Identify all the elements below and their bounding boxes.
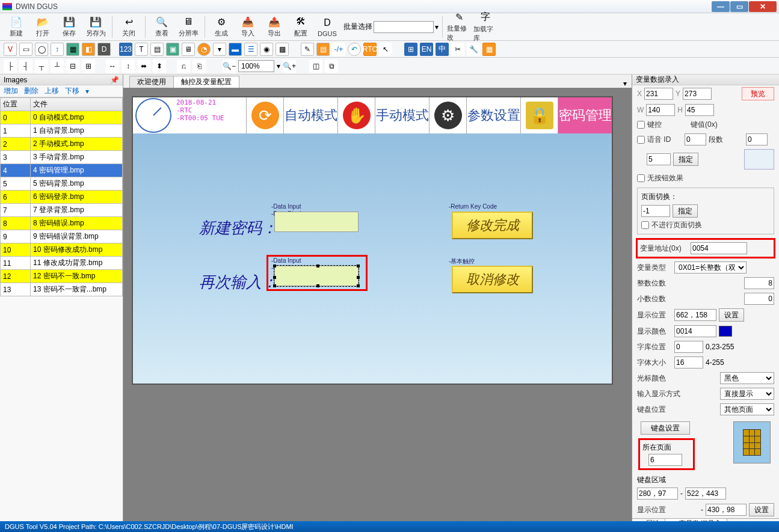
disp-color-input[interactable] (674, 325, 716, 337)
tabs-dropdown-icon[interactable]: ▾ (623, 79, 627, 88)
image-row[interactable]: 77 登录背景.bmp (1, 204, 123, 217)
no-page-switch-checkbox[interactable] (641, 221, 649, 229)
tool-grid-icon[interactable]: ⊞ (404, 43, 417, 56)
same-h-icon[interactable]: ⬍ (153, 60, 166, 73)
tool-circle2-icon[interactable]: ◉ (260, 43, 273, 56)
page-at-input[interactable] (648, 454, 682, 466)
btn-cancel-modify[interactable]: 取消修改 (452, 266, 533, 293)
assign-button-1[interactable]: 指定 (673, 153, 698, 166)
y-input[interactable] (683, 88, 712, 100)
maximize-button[interactable]: ▭ (730, 1, 748, 12)
col-file[interactable]: 文件 (31, 98, 123, 111)
design-canvas[interactable]: 2018-08-21 -RTC -RT00:05 TUE ⟳ 自动模式 ✋ 手动… (132, 96, 613, 385)
tool-v-icon[interactable]: V (4, 43, 17, 56)
tool-pencil-icon[interactable]: ✎ (301, 43, 314, 56)
cursor-color-select[interactable]: 黑色 (720, 372, 774, 384)
zoom-dropdown-icon[interactable]: ▾ (277, 62, 280, 70)
tbtn-批量修改[interactable]: ✎批量修改 (446, 14, 472, 40)
window1-icon[interactable]: ◫ (309, 60, 322, 73)
tool-text-icon[interactable]: T (135, 43, 148, 56)
tool-minus-plus-icon[interactable]: -/+ (332, 43, 345, 56)
tool-rect-icon[interactable]: ▦ (66, 43, 79, 56)
tool-layers-icon[interactable]: ▤ (316, 43, 330, 56)
tbtn-另存为[interactable]: 💾另存为 (83, 14, 108, 40)
var-type-select[interactable]: 0X01=长整数（双字） (674, 261, 747, 274)
tool-page-icon[interactable]: ▤ (150, 43, 164, 56)
tool-brick-icon[interactable]: ▦ (482, 43, 496, 56)
voice-id-input[interactable] (685, 133, 706, 145)
x-input[interactable] (644, 88, 673, 100)
image-row[interactable]: 88 密码错误.bmp (1, 217, 123, 230)
zoom-out-icon[interactable]: 🔍− (223, 60, 236, 73)
tbtn-加载字库[interactable]: 字加载字库 (473, 14, 498, 40)
tool-align-icon[interactable]: ↕ (51, 43, 64, 56)
col-pos[interactable]: 位置 (1, 98, 31, 111)
h-input[interactable] (685, 104, 714, 116)
send-back-icon[interactable]: ⎌ (177, 60, 190, 73)
tool-monitor-icon[interactable]: 🖥 (182, 43, 195, 56)
key-ctrl-checkbox[interactable] (637, 121, 645, 129)
bring-front-icon[interactable]: ⎗ (192, 60, 206, 73)
op-down[interactable]: 下移 (65, 86, 79, 96)
tool-circle-icon[interactable]: ◯ (35, 43, 48, 56)
window2-icon[interactable]: ⧉ (325, 60, 338, 73)
tool-progress-icon[interactable]: ▬ (229, 43, 242, 56)
tool-list-icon[interactable]: ☰ (244, 43, 257, 56)
tbtn-保存[interactable]: 💾保存 (57, 14, 82, 40)
page-switch-input[interactable] (641, 205, 670, 217)
voice-checkbox[interactable] (637, 136, 645, 144)
tbtn-新建[interactable]: 📄新建 (4, 14, 29, 40)
kb-area-a-input[interactable] (637, 488, 678, 500)
op-add[interactable]: 增加 (4, 86, 18, 96)
tbtn-生成[interactable]: ⚙生成 (209, 14, 234, 40)
tool-down-icon[interactable]: ▾ (213, 43, 226, 56)
image-row[interactable]: 22 手动模式.bmp (1, 138, 123, 151)
image-row[interactable]: 11 自动背景.bmp (1, 124, 123, 138)
image-row[interactable]: 66 密码登录.bmp (1, 191, 123, 204)
w-input[interactable] (646, 104, 675, 116)
tab-touch-var[interactable]: 触控及变量配置 (173, 76, 239, 88)
tool-123-icon[interactable]: 123 (119, 43, 132, 56)
align-bottom-icon[interactable]: ┴ (51, 60, 64, 73)
sp-input[interactable] (647, 153, 671, 165)
input-new-password[interactable] (274, 212, 359, 232)
image-row[interactable]: 1111 修改成功背景.bmp (1, 257, 123, 270)
op-up[interactable]: 上移 (45, 86, 59, 96)
image-row[interactable]: 1010 密码修改成功.bmp (1, 243, 123, 257)
tbtn-导入[interactable]: 📥导入 (235, 14, 260, 40)
image-row[interactable]: 33 手动背景.bmp (1, 151, 123, 164)
tab-welcome[interactable]: 欢迎使用 (129, 76, 174, 88)
tool-wrench-icon[interactable]: 🔧 (467, 43, 480, 56)
zoom-input[interactable] (238, 60, 274, 72)
tool-en-icon[interactable]: EN (420, 43, 433, 56)
image-row[interactable]: 44 密码管理.bmp (1, 164, 123, 177)
op-expand-icon[interactable]: ▾ (85, 87, 89, 96)
dist-v-icon[interactable]: ↕ (122, 60, 135, 73)
align-right-icon[interactable]: ┤ (19, 60, 32, 73)
tbtn-关闭[interactable]: ↩关闭 (116, 14, 141, 40)
images-pin-icon[interactable]: 📌 (110, 76, 119, 84)
image-row[interactable]: 55 密码背景.bmp (1, 177, 123, 191)
tool-rtc-icon[interactable]: RTC (363, 43, 377, 56)
tool-img2-icon[interactable]: ▣ (166, 43, 179, 56)
kb-pos-select[interactable]: 其他页面 (720, 403, 774, 415)
tbtn-查看[interactable]: 🔍查看 (149, 14, 174, 40)
var-addr-input[interactable] (691, 242, 747, 254)
batch-select-input[interactable] (374, 21, 434, 33)
tool-d-icon[interactable]: D (97, 43, 111, 56)
input-mode-select[interactable]: 直接显示 (720, 388, 774, 400)
tool-scissors-icon[interactable]: ✂ (451, 43, 464, 56)
tbtn-配置[interactable]: 🛠配置 (288, 14, 313, 40)
font-size-input[interactable] (674, 356, 703, 368)
image-row[interactable]: 99 密码错误背景.bmp (1, 230, 123, 243)
disp-pos2-input[interactable] (706, 504, 747, 516)
tool-box-icon[interactable]: ▭ (19, 43, 32, 56)
set-pos-button[interactable]: 设置 (719, 308, 744, 322)
tool-image-icon[interactable]: ◧ (82, 43, 95, 56)
dist-h-icon[interactable]: ↔ (106, 60, 119, 73)
tool-qr-icon[interactable]: ▩ (276, 43, 289, 56)
set-pos2-button[interactable]: 设置 (749, 503, 774, 516)
minimize-button[interactable]: — (712, 1, 730, 12)
image-row[interactable]: 1212 密码不一致.bmp (1, 270, 123, 283)
font-pos-input[interactable] (674, 341, 703, 353)
